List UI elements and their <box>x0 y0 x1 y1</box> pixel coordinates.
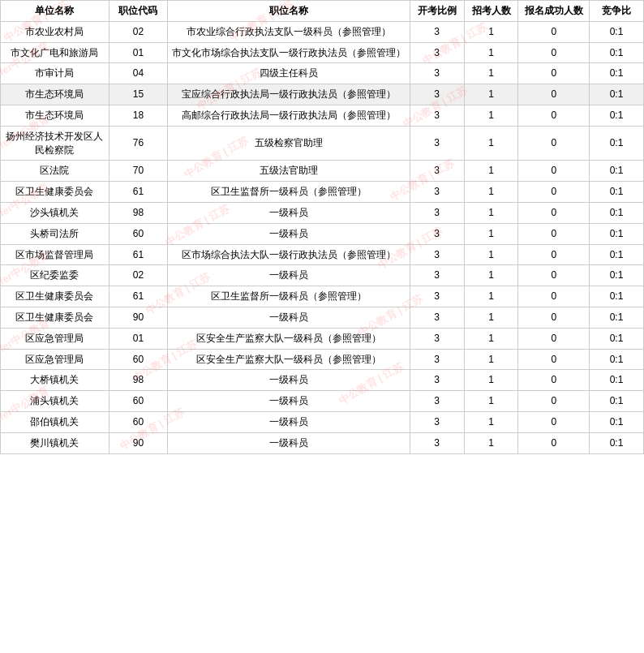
cell-position: 一级科员 <box>167 370 410 391</box>
cell-position: 区卫生监督所一级科员（参照管理） <box>167 286 410 307</box>
cell-code: 04 <box>109 63 167 84</box>
cell-ratio: 3 <box>410 161 464 182</box>
cell-code: 02 <box>109 265 167 286</box>
cell-code: 61 <box>109 244 167 265</box>
cell-register: 0 <box>518 244 590 265</box>
table-row: 浦头镇机关60一级科员3100:1 <box>1 391 644 412</box>
cell-ratio: 3 <box>410 411 464 432</box>
table-row: 区卫生健康委员会61区卫生监督所一级科员（参照管理）3100:1 <box>1 182 644 203</box>
cell-position: 一级科员 <box>167 223 410 244</box>
cell-position: 一级科员 <box>167 391 410 412</box>
cell-recruit: 1 <box>464 182 518 203</box>
cell-recruit: 1 <box>464 84 518 105</box>
cell-ratio: 3 <box>410 391 464 412</box>
cell-recruit: 1 <box>464 63 518 84</box>
header-ratio: 开考比例 <box>410 1 464 22</box>
cell-register: 0 <box>518 391 590 412</box>
cell-ratio: 3 <box>410 265 464 286</box>
table-row: 头桥司法所60一级科员3100:1 <box>1 223 644 244</box>
cell-position: 一级科员 <box>167 432 410 453</box>
cell-ratio: 3 <box>410 307 464 328</box>
cell-recruit: 1 <box>464 286 518 307</box>
cell-unit: 区市场监督管理局 <box>1 244 109 265</box>
cell-register: 0 <box>518 105 590 126</box>
cell-compete: 0:1 <box>590 349 644 370</box>
table-row: 市审计局04四级主任科员3100:1 <box>1 63 644 84</box>
cell-unit: 区卫生健康委员会 <box>1 182 109 203</box>
table-row: 区法院70五级法官助理3100:1 <box>1 161 644 182</box>
cell-code: 61 <box>109 182 167 203</box>
table-row: 沙头镇机关98一级科员3100:1 <box>1 202 644 223</box>
cell-position: 一级科员 <box>167 265 410 286</box>
cell-recruit: 1 <box>464 105 518 126</box>
cell-register: 0 <box>518 286 590 307</box>
cell-unit: 樊川镇机关 <box>1 432 109 453</box>
cell-recruit: 1 <box>464 202 518 223</box>
cell-position: 区安全生产监察大队一级科员（参照管理） <box>167 328 410 349</box>
cell-unit: 区卫生健康委员会 <box>1 307 109 328</box>
cell-ratio: 3 <box>410 223 464 244</box>
cell-compete: 0:1 <box>590 21 644 42</box>
cell-code: 18 <box>109 105 167 126</box>
cell-compete: 0:1 <box>590 182 644 203</box>
cell-position: 一级科员 <box>167 202 410 223</box>
table-row: 扬州经济技术开发区人民检察院76五级检察官助理3100:1 <box>1 126 644 161</box>
header-position: 职位名称 <box>167 1 410 22</box>
cell-recruit: 1 <box>464 21 518 42</box>
table-row: 邵伯镇机关60一级科员3100:1 <box>1 411 644 432</box>
table-row: 区应急管理局60区安全生产监察大队一级科员（参照管理）3100:1 <box>1 349 644 370</box>
cell-recruit: 1 <box>464 265 518 286</box>
cell-code: 60 <box>109 391 167 412</box>
cell-recruit: 1 <box>464 411 518 432</box>
cell-unit: 沙头镇机关 <box>1 202 109 223</box>
cell-register: 0 <box>518 202 590 223</box>
cell-compete: 0:1 <box>590 286 644 307</box>
cell-code: 90 <box>109 432 167 453</box>
cell-position: 高邮综合行政执法局一级行政执法局（参照管理） <box>167 105 410 126</box>
cell-position: 市文化市场综合执法支队一级行政执法员（参照管理） <box>167 42 410 63</box>
cell-unit: 区应急管理局 <box>1 349 109 370</box>
header-row: 单位名称 职位代码 职位名称 开考比例 招考人数 报名成功人数 竞争比 <box>1 1 644 22</box>
cell-unit: 区纪委监委 <box>1 265 109 286</box>
cell-position: 区卫生监督所一级科员（参照管理） <box>167 182 410 203</box>
data-table: 单位名称 职位代码 职位名称 开考比例 招考人数 报名成功人数 竞争比 市农业农… <box>0 0 644 454</box>
cell-register: 0 <box>518 182 590 203</box>
cell-position: 市农业综合行政执法支队一级科员（参照管理） <box>167 21 410 42</box>
cell-code: 60 <box>109 349 167 370</box>
table-row: 市文化广电和旅游局01市文化市场综合执法支队一级行政执法员（参照管理）3100:… <box>1 42 644 63</box>
cell-register: 0 <box>518 21 590 42</box>
cell-recruit: 1 <box>464 432 518 453</box>
cell-compete: 0:1 <box>590 63 644 84</box>
cell-ratio: 3 <box>410 202 464 223</box>
table-row: 区卫生健康委员会90一级科员3100:1 <box>1 307 644 328</box>
cell-position: 四级主任科员 <box>167 63 410 84</box>
cell-unit: 大桥镇机关 <box>1 370 109 391</box>
table-row: 区卫生健康委员会61区卫生监督所一级科员（参照管理）3100:1 <box>1 286 644 307</box>
header-recruit: 招考人数 <box>464 1 518 22</box>
cell-code: 76 <box>109 126 167 161</box>
cell-recruit: 1 <box>464 42 518 63</box>
cell-compete: 0:1 <box>590 105 644 126</box>
cell-ratio: 3 <box>410 63 464 84</box>
cell-position: 五级检察官助理 <box>167 126 410 161</box>
table-row: 区市场监督管理局61区市场综合执法大队一级行政执法员（参照管理）3100:1 <box>1 244 644 265</box>
cell-ratio: 3 <box>410 328 464 349</box>
cell-compete: 0:1 <box>590 202 644 223</box>
cell-recruit: 1 <box>464 370 518 391</box>
cell-ratio: 3 <box>410 42 464 63</box>
cell-position: 一级科员 <box>167 307 410 328</box>
header-code: 职位代码 <box>109 1 167 22</box>
cell-unit: 区应急管理局 <box>1 328 109 349</box>
cell-position: 五级法官助理 <box>167 161 410 182</box>
cell-ratio: 3 <box>410 432 464 453</box>
table-row: 区应急管理局01区安全生产监察大队一级科员（参照管理）3100:1 <box>1 328 644 349</box>
cell-compete: 0:1 <box>590 126 644 161</box>
header-register: 报名成功人数 <box>518 1 590 22</box>
table-row: 市生态环境局18高邮综合行政执法局一级行政执法局（参照管理）3100:1 <box>1 105 644 126</box>
cell-unit: 市生态环境局 <box>1 84 109 105</box>
cell-compete: 0:1 <box>590 307 644 328</box>
cell-compete: 0:1 <box>590 223 644 244</box>
cell-register: 0 <box>518 349 590 370</box>
table-row: 市生态环境局15宝应综合行政执法局一级行政执法员（参照管理）3100:1 <box>1 84 644 105</box>
cell-position: 宝应综合行政执法局一级行政执法员（参照管理） <box>167 84 410 105</box>
